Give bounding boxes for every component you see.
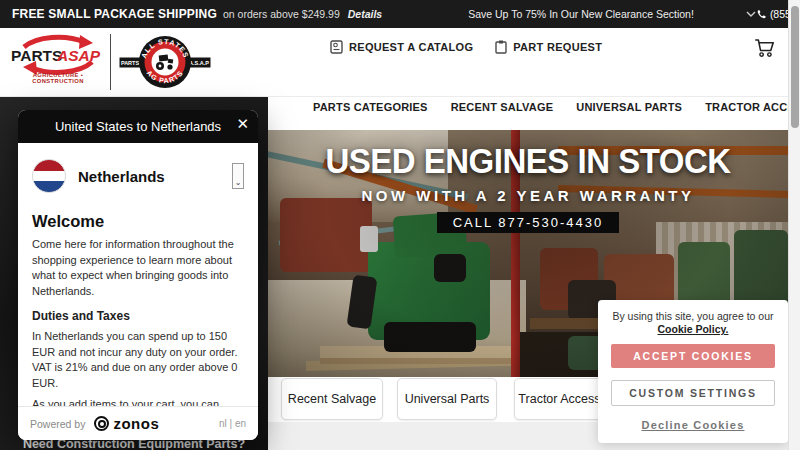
cookie-message: By using this site, you agree to our Coo… (611, 310, 775, 336)
welcome-paragraph: Come here for information throughout the… (32, 237, 244, 299)
shipping-details-link[interactable]: Details (348, 8, 382, 20)
logo-tagline: AGRICULTURE • CONSTRUCTION (8, 72, 108, 84)
duties-heading: Duties and Taxes (32, 309, 244, 323)
all-states-ag-parts-badge[interactable]: PARTS A.S.A.P ALL STATES AG PARTS (118, 29, 212, 95)
clearance-promo[interactable]: Save Up To 75% In Our New Clearance Sect… (468, 8, 694, 20)
main-navigation: PARTS CATEGORIES RECENT SALVAGE UNIVERSA… (313, 101, 800, 113)
modal-title: United States to Netherlands (55, 119, 221, 134)
header-divider (110, 34, 111, 90)
cookie-message-text: By using this site, you agree to our (612, 310, 773, 322)
duties-paragraph: In Netherlands you can spend up to 150 E… (32, 329, 244, 391)
custom-settings-button[interactable]: CUSTOM SETTINGS (611, 380, 775, 406)
request-catalog-label: REQUEST A CATALOG (349, 41, 473, 53)
country-dropdown-spinner[interactable]: ⌄ (232, 163, 244, 189)
scrollbar-thumb[interactable] (791, 6, 799, 128)
cart-button[interactable] (754, 38, 776, 58)
close-icon[interactable]: ✕ (236, 116, 249, 131)
nav-recent-salvage[interactable]: RECENT SALVAGE (451, 101, 554, 113)
page-scrollbar[interactable] (788, 0, 800, 450)
logo-text-asap: ASAP (56, 47, 101, 64)
language-switcher[interactable]: nl | en (219, 418, 246, 429)
cookie-consent-panel: By using this site, you agree to our Coo… (598, 300, 788, 443)
partsasap-logo[interactable]: PARTS ASAP AGRICULTURE • CONSTRUCTION (8, 32, 108, 92)
logo-text-parts: PARTS (11, 47, 62, 64)
site-header: PARTS ASAP AGRICULTURE • CONSTRUCTION PA… (0, 28, 800, 97)
zonos-logo-icon (94, 416, 109, 431)
decline-cookies-link[interactable]: Decline Cookies (642, 419, 745, 431)
modal-footer: Powered by zonos nl | en (18, 406, 258, 440)
badge-banner-right: A.S.A.P (189, 60, 209, 66)
zonos-brand[interactable]: zonos (113, 415, 159, 432)
phone-icon (756, 9, 767, 20)
country-selector[interactable]: Netherlands ⌄ (32, 158, 244, 194)
powered-by-label: Powered by (30, 418, 85, 430)
hero-call-button[interactable]: CALL 877-530-4430 (437, 212, 620, 233)
netherlands-flag-icon (32, 159, 66, 193)
modal-header: United States to Netherlands ✕ (18, 110, 258, 143)
part-request-button[interactable]: PART REQUEST (495, 40, 602, 54)
accept-cookies-button[interactable]: ACCEPT COOKIES (611, 344, 775, 368)
clipboard-icon (495, 40, 507, 54)
badge-banner-left: PARTS (121, 60, 140, 66)
hero-subtitle: NOW WITH A 2 YEAR WARRANTY (362, 187, 695, 204)
shipping-offer: FREE SMALL PACKAGE SHIPPING (12, 7, 217, 21)
request-catalog-button[interactable]: REQUEST A CATALOG (330, 40, 473, 54)
top-announcement-bar: FREE SMALL PACKAGE SHIPPING on orders ab… (0, 0, 800, 28)
zonos-welcome-modal: United States to Netherlands ✕ Netherlan… (18, 110, 258, 440)
nav-universal-parts[interactable]: UNIVERSAL PARTS (576, 101, 682, 113)
nav-tractor-accessories[interactable]: TRACTOR ACCESSORIES (705, 101, 800, 113)
country-name: Netherlands (78, 168, 165, 185)
shipping-offer-detail: on orders above $249.99 (223, 8, 340, 20)
catalog-icon (330, 40, 343, 54)
cart-icon (754, 38, 776, 58)
nav-parts-categories[interactable]: PARTS CATEGORIES (313, 101, 428, 113)
welcome-heading: Welcome (32, 212, 244, 231)
part-request-label: PART REQUEST (513, 41, 602, 53)
cookie-policy-link[interactable]: Cookie Policy. (658, 323, 729, 335)
quick-link-recent-salvage[interactable]: Recent Salvage (281, 378, 383, 420)
quick-link-universal-parts[interactable]: Universal Parts (397, 378, 497, 420)
hero-title: USED ENGINES IN STOCK (325, 140, 730, 181)
chevron-down-icon[interactable] (746, 11, 756, 17)
